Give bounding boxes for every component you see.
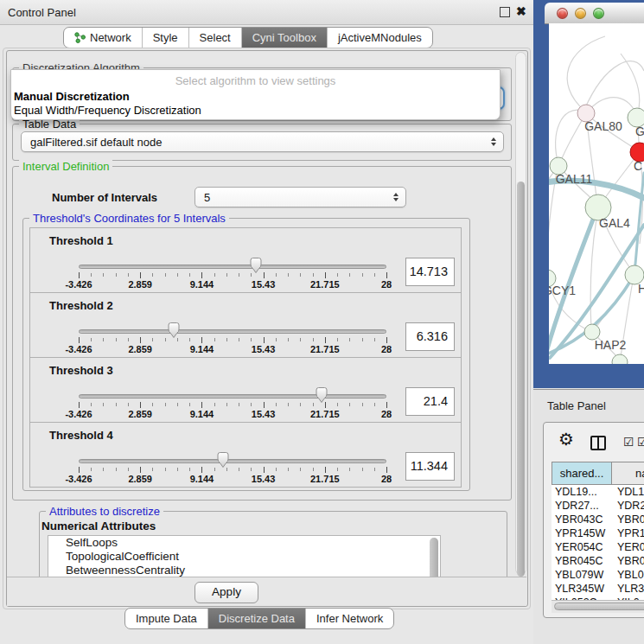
slider-tick — [201, 467, 202, 473]
attribute-item-selfloops[interactable]: SelfLoops — [48, 536, 440, 550]
slider-tick — [288, 273, 289, 277]
slider-tick — [386, 402, 387, 408]
tab-discretize-data[interactable]: Discretize Data — [207, 609, 305, 628]
slider-tick-label: 21.715 — [310, 279, 340, 290]
table-row[interactable]: YBL079WYBL0 — [552, 568, 644, 582]
column-header-name[interactable]: na — [612, 462, 644, 485]
algorithm-option-equal-width[interactable]: Equal Width/Frequency Discretization — [14, 104, 201, 117]
slider-tick — [103, 338, 104, 341]
network-canvas[interactable]: GAL80GCGAL11GAL4GCY1HHAP2 — [549, 23, 644, 364]
slider-tick — [91, 468, 92, 471]
slider-tick-label: 15.43 — [252, 344, 276, 354]
threshold-panel-3: Threshold 3-3.4262.8599.14415.4321.71528… — [29, 357, 462, 423]
threshold-value-field[interactable]: 21.4 — [405, 387, 455, 416]
threshold-value-field[interactable]: 14.713 — [405, 258, 455, 286]
slider-tick — [313, 273, 314, 277]
network-node-label: C — [634, 159, 642, 173]
close-icon[interactable]: ✖ — [516, 4, 526, 18]
number-of-intervals-combobox[interactable]: 5 — [194, 187, 406, 207]
tab-jactivemnodules[interactable]: jActiveMNodules — [327, 28, 432, 48]
slider-track[interactable] — [79, 459, 386, 463]
checkbox-checked-icon[interactable]: ☑ — [637, 435, 644, 449]
table-cell-shared-name: YBL079W — [552, 568, 613, 582]
slider-tick — [374, 468, 375, 471]
table-row[interactable]: YER054CYER0 — [552, 540, 644, 554]
table-row[interactable]: YLR345WYLR3 — [552, 582, 644, 596]
table-row[interactable]: YPR145WYPR1 — [552, 526, 644, 540]
slider-tick — [239, 468, 239, 471]
table-horizontal-scrollbar-thumb[interactable] — [554, 603, 644, 610]
tab-infer-network[interactable]: Infer Network — [305, 609, 393, 628]
slider-tick — [152, 468, 153, 471]
table-row[interactable]: YBR043CYBR0 — [552, 513, 644, 526]
slider-track[interactable] — [79, 394, 386, 399]
network-edge — [584, 61, 644, 110]
slider-tick — [374, 338, 375, 341]
settings-vertical-scrollbar-thumb[interactable] — [517, 182, 525, 577]
tab-style[interactable]: Style — [142, 28, 188, 48]
minimize-light[interactable] — [575, 8, 586, 19]
settings-vertical-scrollbar[interactable] — [515, 52, 526, 575]
network-node[interactable] — [612, 354, 628, 364]
algorithm-popup-placeholder: Select algorithm to view settings — [11, 74, 500, 87]
slider-thumb[interactable] — [249, 257, 263, 274]
attributes-list-scrollbar[interactable] — [430, 538, 438, 577]
tab-cyni-toolbox[interactable]: Cyni Toolbox — [241, 28, 327, 48]
slider-tick — [276, 468, 277, 471]
table-row[interactable]: YBR045CYBR0 — [552, 554, 644, 568]
number-of-intervals-value: 5 — [204, 191, 210, 204]
tab-cyni-toolbox-label: Cyni Toolbox — [252, 31, 316, 44]
slider-tick — [103, 273, 104, 277]
slider-tick — [214, 468, 215, 471]
threshold-value-field[interactable]: 11.344 — [405, 452, 455, 481]
slider-tick-label: -3.426 — [65, 474, 92, 484]
slider-tick — [165, 468, 166, 471]
slider-thumb[interactable] — [315, 386, 328, 404]
numerical-attributes-list[interactable]: SelfLoopsTopologicalCoefficientBetweenne… — [48, 535, 441, 577]
slider-thumb[interactable] — [167, 322, 181, 339]
interval-definition-group-title: Interval Definition — [19, 160, 112, 173]
tab-network[interactable]: Network — [64, 28, 142, 48]
attribute-item-topologicalcoefficient[interactable]: TopologicalCoefficient — [48, 550, 440, 564]
slider-tick-label: 28 — [381, 279, 392, 290]
slider-tick-label: 9.144 — [190, 409, 214, 419]
tab-select[interactable]: Select — [188, 28, 241, 48]
tab-impute-data[interactable]: Impute Data — [125, 609, 207, 628]
slider-tick — [362, 403, 363, 406]
table-row[interactable]: YDR27...YDR2 — [552, 499, 644, 513]
slider-tick-label: 21.715 — [310, 409, 340, 419]
column-header-shared-name[interactable]: shared... — [552, 462, 612, 485]
slider-track[interactable] — [79, 265, 386, 269]
apply-button[interactable]: Apply — [194, 582, 258, 603]
threshold-value-field[interactable]: 6.316 — [405, 322, 455, 351]
split-columns-icon[interactable] — [590, 436, 606, 450]
algorithm-option-manual[interactable]: Manual Discretization — [14, 90, 130, 103]
slider-tick — [91, 338, 92, 341]
slider-tick — [152, 403, 153, 406]
slider-tick-label: 2.859 — [128, 474, 152, 484]
table-horizontal-scrollbar[interactable] — [552, 600, 644, 613]
attributes-list-scrollbar-thumb[interactable] — [430, 538, 438, 577]
table-cell-name: YLR3 — [613, 582, 644, 596]
slider-tick — [226, 273, 227, 277]
top-tab-bar: NetworkStyleSelectCyni ToolboxjActiveMNo… — [63, 27, 433, 48]
network-window-titlebar[interactable] — [545, 3, 644, 24]
gear-icon[interactable]: ⚙ — [558, 429, 574, 450]
slider-track[interactable] — [79, 329, 386, 334]
slider-tick — [91, 273, 92, 277]
attribute-item-betweennesscentrality[interactable]: BetweennessCentrality — [48, 564, 440, 577]
slider-tick — [349, 273, 350, 277]
slider-tick — [189, 338, 190, 341]
checkbox-checked-icon[interactable]: ☑ — [623, 435, 634, 449]
slider-tick — [152, 273, 153, 277]
float-window-icon[interactable] — [500, 7, 510, 17]
table-data-combobox[interactable]: galFiltered.sif default node — [21, 131, 504, 152]
zoom-light[interactable] — [593, 8, 604, 19]
slider-tick — [251, 468, 252, 471]
slider-tick — [325, 272, 326, 278]
slider-tick — [79, 337, 80, 343]
slider-thumb[interactable] — [216, 451, 230, 469]
table-cell-name: YBR0 — [613, 513, 644, 526]
table-row[interactable]: YDL19...YDL1 — [552, 485, 644, 499]
close-light[interactable] — [557, 8, 568, 19]
